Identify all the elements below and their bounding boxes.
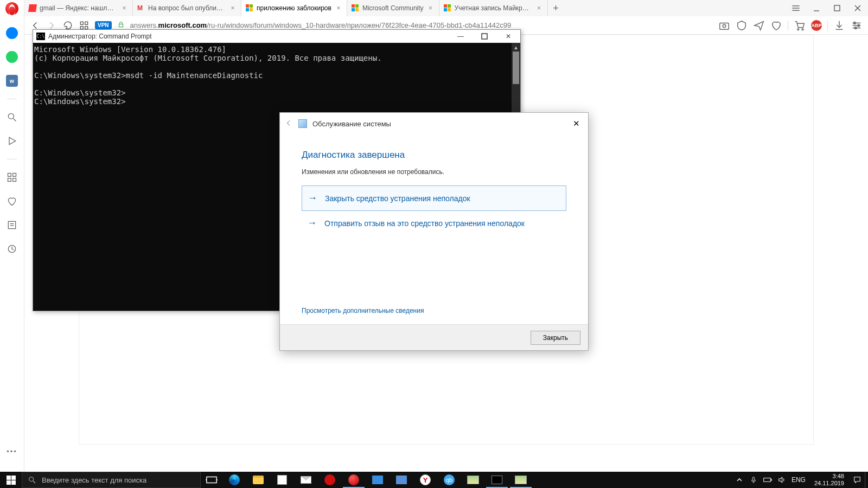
app-store[interactable] [270,472,294,488]
app-screenshot[interactable] [366,472,390,488]
volume-icon[interactable] [777,476,786,484]
svg-point-0 [8,113,14,119]
app-yandex[interactable]: Y [413,472,437,488]
view-details-link[interactable]: Просмотреть дополнительные сведения [302,307,424,314]
yandex-icon: Y [420,474,431,485]
app-qbittorrent[interactable]: qb [437,472,461,488]
option-label: Закрыть средство устранения неполадок [325,194,470,203]
vk-icon[interactable]: w [6,75,18,87]
action-center-icon[interactable] [853,476,861,484]
svg-marker-25 [755,21,764,30]
app-edge[interactable] [222,472,246,488]
send-icon[interactable] [753,20,765,31]
option-send-feedback[interactable]: → Отправить отзыв на это средство устран… [302,211,566,235]
play-icon[interactable] [6,135,18,147]
clock-date: 24.11.2019 [814,480,844,487]
heart-icon[interactable] [770,20,782,31]
svg-rect-41 [752,477,755,480]
separator [7,159,17,159]
app-cmd[interactable] [485,472,509,488]
tab-yandex[interactable]: gmail — Яндекс: нашлось× [24,0,133,16]
close-tab-icon[interactable]: × [427,4,435,12]
svg-rect-7 [8,221,15,228]
start-button[interactable] [0,472,22,488]
opera-logo-icon[interactable] [5,2,18,15]
tab-label: gmail — Яндекс: нашлось [40,4,117,12]
more-icon[interactable]: ••• [7,447,17,455]
tab-gmail[interactable]: MНа вопрос был опубликов× [133,0,241,16]
tab-ms-account[interactable]: Учетная запись Майкросо× [439,0,548,16]
app-explorer[interactable] [246,472,270,488]
yandex-icon [28,4,37,12]
close-button[interactable]: ✕ [496,30,520,43]
search-icon[interactable] [6,111,18,123]
maximize-button[interactable] [473,30,496,43]
speed-dial-icon[interactable] [6,171,18,183]
close-tab-icon[interactable]: × [229,4,237,12]
scroll-up-icon[interactable]: ▲ [512,43,520,52]
gmail-icon: M [137,4,145,12]
whatsapp-icon[interactable] [6,51,18,63]
close-tab-icon[interactable]: × [535,4,543,12]
news-icon[interactable] [6,219,18,231]
lock-icon[interactable] [117,21,125,30]
close-tab-icon[interactable]: × [120,4,128,12]
app-image-viewer[interactable] [509,472,533,488]
snapshot-icon[interactable] [718,20,730,31]
cart-icon[interactable] [794,20,806,31]
maximize-button[interactable] [827,0,847,16]
language-indicator[interactable]: ENG [792,476,806,484]
svg-rect-43 [764,478,771,482]
close-tab-icon[interactable]: × [335,4,342,12]
app-photos[interactable] [461,472,485,488]
svg-rect-23 [720,23,729,29]
taskbar-search[interactable]: Введите здесь текст для поиска [22,472,201,488]
tray-overflow-icon[interactable] [735,476,744,484]
close-icon[interactable]: ✕ [569,116,584,131]
cmd-titlebar[interactable]: C:\ Администратор: Command Prompt — ✕ [33,30,520,43]
app-mail[interactable] [294,472,318,488]
svg-rect-6 [13,178,16,182]
app-notes[interactable] [390,472,413,488]
microsoft-icon [444,4,451,12]
svg-rect-3 [8,174,11,177]
minimize-button[interactable]: — [449,30,473,43]
close-button[interactable]: Закрыть [531,331,580,345]
search-placeholder: Введите здесь текст для поиска [42,476,146,484]
option-close-troubleshooter[interactable]: → Закрыть средство устранения неполадок [302,185,566,211]
close-button[interactable] [847,0,868,16]
browser-tabstrip: gmail — Яндекс: нашлось× MНа вопрос был … [24,0,868,16]
messenger-icon[interactable] [6,27,18,39]
minimize-button[interactable] [806,0,827,16]
cmd-icon [492,476,502,484]
maintenance-icon [298,119,307,128]
new-tab-button[interactable]: + [548,0,564,16]
app-opera[interactable] [342,472,366,488]
app-game[interactable] [318,472,342,488]
heart-icon[interactable] [6,195,18,207]
opera-sidebar: w ••• [0,0,24,472]
easy-setup-icon[interactable] [786,0,806,16]
abp-icon[interactable]: ABP [811,20,822,31]
battery-icon[interactable] [763,476,772,484]
tab-ms-answers[interactable]: приложению заблокиров× [241,0,347,16]
downloads-icon[interactable] [833,20,845,31]
vpn-badge[interactable]: VPN [95,21,112,29]
task-view-button[interactable] [201,472,222,488]
tab-label: На вопрос был опубликов [148,4,226,12]
scroll-thumb[interactable] [513,52,519,84]
back-icon[interactable] [284,119,293,129]
svg-marker-2 [9,137,16,144]
taskbar-clock[interactable]: 3:48 24.11.2019 [811,473,847,487]
tab-ms-community[interactable]: Microsoft Community× [347,0,439,16]
option-label: Отправить отзыв на это средство устранен… [324,219,525,228]
mail-icon [301,476,311,484]
show-desktop-button[interactable] [865,472,868,488]
easy-setup-icon[interactable] [851,20,863,31]
history-icon[interactable] [6,243,18,255]
mic-icon[interactable] [749,476,758,484]
adblock-icon[interactable] [736,20,748,31]
cmd-title-text: Администратор: Command Prompt [48,33,152,40]
svg-rect-44 [771,479,771,481]
url-text[interactable]: answers.answers.microsoft.commicrosoft.c… [130,21,512,29]
